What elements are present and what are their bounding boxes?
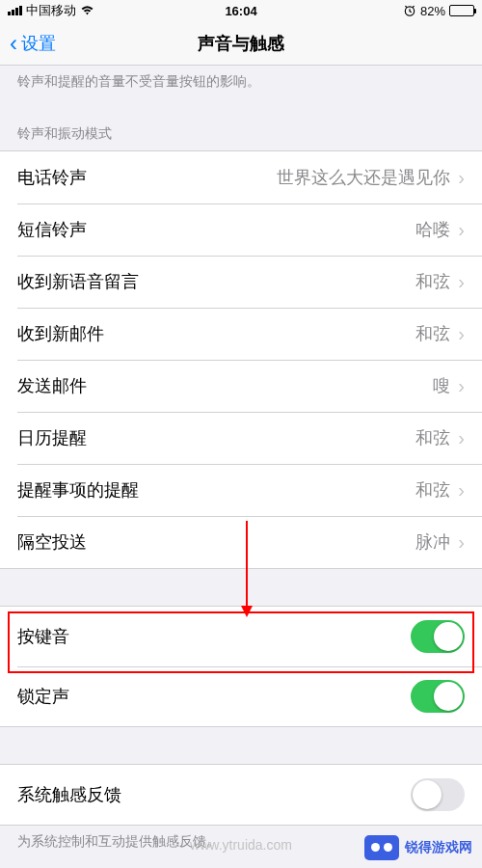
watermark-brand: 锐得游戏网 (364, 835, 472, 860)
battery-percent: 82% (420, 4, 445, 18)
carrier-label: 中国移动 (26, 2, 76, 19)
back-label: 设置 (21, 32, 56, 55)
cell-calendar[interactable]: 日历提醒 和弦› (0, 412, 482, 464)
sounds-group: 电话铃声 世界这么大还是遇见你› 短信铃声 哈喽› 收到新语音留言 和弦› 收到… (0, 150, 482, 569)
cell-keyboard-clicks: 按键音 (0, 607, 482, 666)
back-chevron-icon: ‹ (10, 30, 17, 57)
toggle-lock-sound[interactable] (411, 680, 465, 713)
section-header-sounds: 铃声和振动模式 (0, 108, 482, 150)
watermark-url: www.ytruida.com (190, 837, 292, 853)
toggle-system-haptics[interactable] (411, 778, 465, 811)
status-time: 16:04 (225, 4, 256, 18)
battery-icon (449, 5, 474, 16)
status-left: 中国移动 (8, 2, 94, 19)
cell-reminder[interactable]: 提醒事项的提醒 和弦› (0, 464, 482, 516)
toggle-keyboard-clicks[interactable] (411, 620, 465, 653)
chevron-right-icon: › (458, 323, 465, 345)
cell-sent-mail[interactable]: 发送邮件 嗖› (0, 360, 482, 412)
chevron-right-icon: › (458, 271, 465, 293)
signal-icon (8, 6, 22, 15)
cell-text-tone[interactable]: 短信铃声 哈喽› (0, 203, 482, 256)
status-bar: 中国移动 16:04 82% (0, 0, 482, 21)
toggles-group: 按键音 锁定声 (0, 606, 482, 727)
content: 铃声和提醒的音量不受音量按钮的影响。 铃声和振动模式 电话铃声 世界这么大还是遇… (0, 66, 482, 868)
cell-ringtone[interactable]: 电话铃声 世界这么大还是遇见你› (0, 151, 482, 203)
haptics-group: 系统触感反馈 (0, 764, 482, 826)
cell-system-haptics: 系统触感反馈 (0, 765, 482, 825)
alarm-icon (403, 4, 416, 17)
cell-lock-sound: 锁定声 (0, 666, 482, 726)
wifi-icon (80, 5, 94, 16)
chevron-right-icon: › (458, 531, 465, 554)
chevron-right-icon: › (458, 375, 465, 397)
chevron-right-icon: › (458, 427, 465, 449)
intro-footer: 铃声和提醒的音量不受音量按钮的影响。 (0, 66, 482, 108)
cell-new-mail[interactable]: 收到新邮件 和弦› (0, 308, 482, 360)
status-right: 82% (403, 4, 474, 18)
nav-bar: ‹ 设置 声音与触感 (0, 21, 482, 66)
cell-airdrop[interactable]: 隔空投送 脉冲› (0, 516, 482, 568)
page-title: 声音与触感 (198, 32, 284, 55)
chevron-right-icon: › (458, 219, 465, 241)
cell-voicemail[interactable]: 收到新语音留言 和弦› (0, 256, 482, 308)
chevron-right-icon: › (458, 167, 465, 189)
back-button[interactable]: ‹ 设置 (10, 30, 56, 57)
chevron-right-icon: › (458, 479, 465, 502)
watermark-logo-icon (364, 835, 399, 860)
